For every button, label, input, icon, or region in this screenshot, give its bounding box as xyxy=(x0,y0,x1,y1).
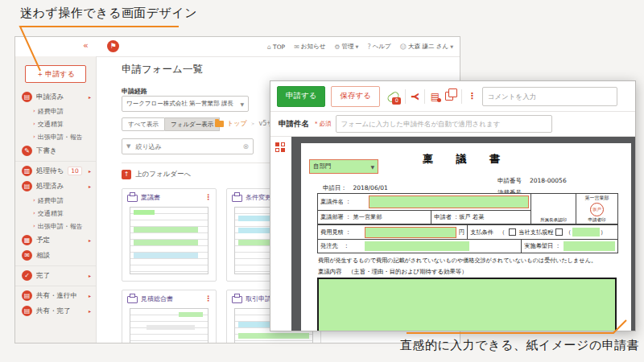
paper-form: 自部門 ▼ 稟 議 書 申請番号2018-00056 決裁番号 申請日： 201… xyxy=(301,143,631,331)
comment-input[interactable] xyxy=(482,87,617,106)
kebab-menu-icon[interactable]: ⋮ xyxy=(204,294,212,302)
content-textarea[interactable] xyxy=(317,278,617,331)
ringi-subject-field[interactable] xyxy=(369,195,529,208)
printer-icon xyxy=(232,296,242,303)
wish-date-field[interactable] xyxy=(564,241,615,251)
ringi-dept-label: 稟議部署 ： 第一営業部 xyxy=(318,213,431,221)
sidebar-subitem-expense[interactable]: ›経費申請 xyxy=(15,105,96,117)
sidebar-item-consult[interactable]: ✉ 相談 xyxy=(15,248,96,263)
payment-checkbox-1[interactable] xyxy=(509,228,516,236)
sidebar-item-pending[interactable]: ▥ 処理待ち 10 ▸ xyxy=(15,161,96,179)
form-table-cost: 費用見積 ： 円 支払条件 （ 当社支払規程 （ ） xyxy=(317,224,618,253)
sidebar-item-applied[interactable]: ▤ 申請済み ▸ xyxy=(15,89,96,105)
applicant-stamp-cell: 第一営業部 坂戸 申請者印 xyxy=(576,194,617,224)
view-all-button[interactable]: すべて表示 xyxy=(122,117,165,131)
save-button[interactable]: 保存する xyxy=(331,86,379,107)
applicant-label: 申請者 ：坂戸 若菜 xyxy=(431,213,530,221)
sidebar-subitem-expense[interactable]: ›経費申請 xyxy=(15,194,96,207)
attachment-count-badge: 0 xyxy=(392,97,401,105)
cost-field[interactable] xyxy=(365,227,456,238)
chevron-right-icon: ▸ xyxy=(89,237,91,243)
sidebar-subitem-transport[interactable]: ›交通精算 xyxy=(15,207,96,220)
printer-icon xyxy=(127,296,138,303)
chevron-right-icon: ▸ xyxy=(89,308,91,314)
order-label: 発注先 ： xyxy=(318,242,365,250)
sidebar-item-done[interactable]: ✓ 完了 ▸ xyxy=(15,265,96,283)
ringi-subject-label: 稟議件名 ： xyxy=(318,198,367,206)
payment-label: 支払条件 （ xyxy=(468,228,507,237)
order-field[interactable] xyxy=(365,241,469,251)
form-canvas: 自部門 ▼ 稟 議 書 申請番号2018-00056 決裁番号 申請日： 201… xyxy=(291,137,635,331)
filter-input[interactable] xyxy=(134,142,239,151)
clear-icon[interactable]: ⊗ xyxy=(242,142,249,150)
sidebar-item-shared-active[interactable]: ▤ 共有・進行中 ▸ xyxy=(15,286,96,303)
sidebar-item-shared-done[interactable]: ▤ 共有・完了 ▸ xyxy=(15,303,96,319)
funnel-icon: ▼ xyxy=(126,143,130,150)
submit-button[interactable]: 申請する xyxy=(277,86,325,107)
folder-icon xyxy=(215,121,224,127)
more-menu-icon[interactable]: ⋮ xyxy=(468,91,477,101)
nav-admin[interactable]: ⚙管理▼ xyxy=(334,43,358,51)
payment-paren-open: （ xyxy=(564,228,572,237)
form-thumbnail xyxy=(130,308,208,343)
sidebar-subitem-transport[interactable]: ›交通精算 xyxy=(15,117,96,130)
help-icon: ? xyxy=(367,43,370,51)
payment-option1: 当社支払規程 xyxy=(518,228,554,237)
view-folder-button[interactable]: フォルダー表示 xyxy=(165,117,220,131)
notice-icon: ✉ xyxy=(294,43,299,51)
divider xyxy=(424,89,425,104)
nav-notice[interactable]: ✉お知らせ xyxy=(294,43,325,51)
divider xyxy=(405,89,406,104)
sidebar-subitem-trip[interactable]: ›出張申請・報告 xyxy=(15,220,96,232)
nav-help[interactable]: ?ヘルプ xyxy=(367,43,390,51)
global-nav: ⌂TOP ✉お知らせ ⚙管理▼ ?ヘルプ ☺大森 謙二 さん▼ xyxy=(267,37,453,56)
subject-input[interactable] xyxy=(336,115,552,133)
kebab-menu-icon[interactable]: ⋮ xyxy=(204,193,212,201)
chevron-icon: › xyxy=(33,223,35,229)
route-flow-icon[interactable]: Y xyxy=(409,93,420,100)
copy-icon[interactable] xyxy=(445,92,453,101)
chat-icon: ✉ xyxy=(22,250,32,261)
payment-checkbox-2[interactable] xyxy=(555,228,563,236)
nav-top[interactable]: ⌂TOP xyxy=(267,43,285,51)
share-icon: ▤ xyxy=(22,306,32,316)
user-icon: ☺ xyxy=(400,43,407,51)
subject-row: 申請件名 ＊必須 xyxy=(270,112,635,137)
plus-icon: ＋ xyxy=(36,69,43,80)
breadcrumb-root[interactable]: トップ xyxy=(227,119,247,128)
new-application-button[interactable]: ＋ 申請する xyxy=(25,65,86,83)
sidebar-collapse-icon[interactable]: « xyxy=(83,40,89,51)
application-editor-window: 申請する 保存する 0 Y ▤ ⋮ 申請件名 ＊必須 xyxy=(270,80,636,331)
up-folder-link[interactable]: ↑ 上のフォルダーへ xyxy=(122,170,191,179)
pending-count-badge: 10 xyxy=(68,167,82,175)
form-card-mitsumori[interactable]: 見積総合書⋮ xyxy=(122,290,217,343)
share-icon: ▤ xyxy=(22,290,32,301)
document-settings-icon[interactable]: ▤ xyxy=(431,92,440,101)
home-icon: ⌂ xyxy=(267,43,271,51)
gear-icon: ⚙ xyxy=(334,43,340,51)
calendar-icon: ▦ xyxy=(22,235,32,245)
hanko-stamp: 坂戸 xyxy=(590,203,604,216)
sidebar-item-schedule[interactable]: ▦ 予定 ▸ xyxy=(15,232,96,248)
folder-up-icon: ↑ xyxy=(122,170,131,179)
application-number-value: 2018-00056 xyxy=(530,177,567,185)
route-label: 申請経路 xyxy=(122,87,147,96)
chevron-down-icon: ▼ xyxy=(240,101,244,107)
sidebar: ＋ 申請する ▤ 申請済み ▸ ›経費申請 ›交通精算 ›出張申請・報告 ✎ 下… xyxy=(15,56,97,343)
application-date-value: 2018/06/01 xyxy=(353,184,388,191)
payment-other-field[interactable] xyxy=(572,228,600,237)
nav-user[interactable]: ☺大森 謙二 さん▼ xyxy=(400,43,453,51)
route-select[interactable]: ワークフロー株式会社 第一営業部 課長 ▼ xyxy=(122,96,249,112)
chevron-icon: › xyxy=(33,210,35,216)
form-card-ringi[interactable]: 稟議書⋮ xyxy=(122,188,217,282)
application-date: 申請日： 2018/06/01 xyxy=(323,184,388,192)
manager-stamp-cell: 所属長承認印 xyxy=(530,194,576,224)
layout-grid-icon[interactable] xyxy=(275,142,285,152)
editor-side-strip xyxy=(270,137,291,331)
attachment-button[interactable]: 0 xyxy=(386,89,399,104)
sidebar-item-processed[interactable]: ▤ 処理済み ▸ xyxy=(15,179,96,194)
sidebar-item-draft[interactable]: ✎ 下書き xyxy=(15,143,96,158)
sidebar-subitem-trip[interactable]: ›出張申請・報告 xyxy=(15,130,96,143)
chevron-right-icon: ▸ xyxy=(89,183,91,189)
chevron-icon: › xyxy=(33,197,35,204)
